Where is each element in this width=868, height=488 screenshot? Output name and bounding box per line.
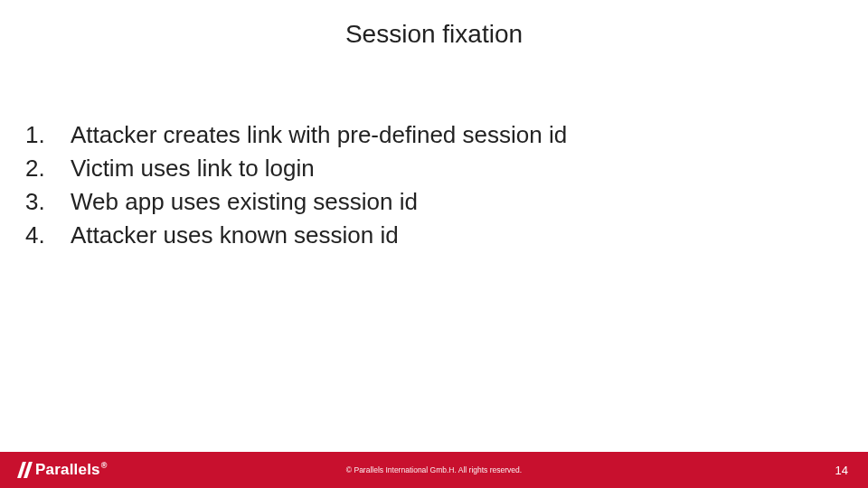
list-number: 1. [25,121,71,149]
page-number: 14 [835,464,848,477]
brand-text: Parallels [35,461,100,478]
brand-logo: Parallels® [20,461,108,479]
list-number: 3. [25,188,71,216]
parallels-bars-icon [20,462,30,478]
copyright-text: © Parallels International Gmb.H. All rig… [346,465,522,474]
list-number: 4. [25,221,71,249]
list-text: Attacker creates link with pre-defined s… [71,121,567,149]
list-number: 2. [25,155,71,183]
list-text: Attacker uses known session id [71,221,399,249]
list-item: 4. Attacker uses known session id [25,221,868,249]
list-item: 2. Victim uses link to login [25,155,868,183]
footer-bar: Parallels® © Parallels International Gmb… [0,452,868,488]
registered-mark: ® [101,461,108,470]
list-text: Victim uses link to login [71,155,315,183]
slide-title: Session fixation [0,0,868,49]
list-item: 3. Web app uses existing session id [25,188,868,216]
list-item: 1. Attacker creates link with pre-define… [25,121,868,149]
slide: Session fixation 1. Attacker creates lin… [0,0,868,488]
content-list: 1. Attacker creates link with pre-define… [0,49,868,249]
list-text: Web app uses existing session id [71,188,418,216]
brand-name: Parallels® [35,461,108,479]
